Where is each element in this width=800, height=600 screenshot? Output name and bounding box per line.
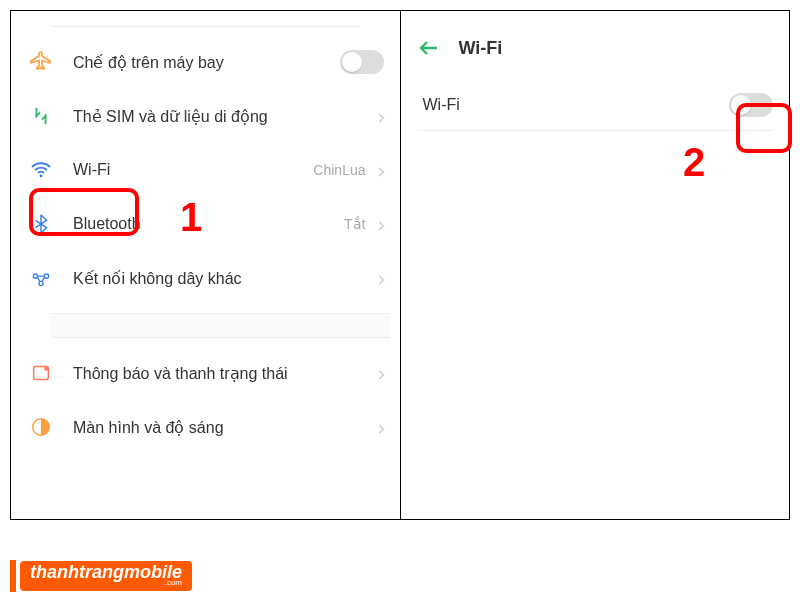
notification-icon [27,359,55,387]
wifi-toggle-row[interactable]: Wi-Fi [411,80,780,130]
divider [51,26,360,27]
bluetooth-row[interactable]: Bluetooth Tắt [21,197,390,251]
bluetooth-value: Tắt [344,216,365,232]
wireless-icon [27,264,55,292]
sim-label: Thẻ SIM và dữ liệu di động [73,107,374,126]
airplane-icon [27,48,55,76]
display-icon [27,413,55,441]
watermark-bar [10,560,16,592]
notification-label: Thông báo và thanh trạng thái [73,364,374,383]
watermark: thanhtrangmobile .com [10,560,192,592]
watermark-brand: thanhtrangmobile [30,565,182,580]
wifi-panel: Wi-Fi Wi-Fi [401,11,790,519]
watermark-suffix: .com [30,580,182,587]
chevron-right-icon [374,273,384,283]
notification-row[interactable]: Thông báo và thanh trạng thái [21,346,390,400]
display-label: Màn hình và độ sáng [73,418,374,437]
svg-point-3 [39,281,43,285]
chevron-right-icon [374,111,384,121]
wifi-header: Wi-Fi [411,26,780,80]
settings-panel: Chế độ trên máy bay Thẻ SIM và dữ liệu d… [11,11,401,519]
wireless-label: Kết nối không dây khác [73,269,374,288]
bluetooth-label: Bluetooth [73,215,344,233]
wifi-row[interactable]: Wi-Fi ChinLua [21,143,390,197]
wifi-icon [27,156,55,184]
svg-point-0 [40,175,43,178]
chevron-right-icon [374,368,384,378]
wifi-toggle[interactable] [729,93,773,117]
dual-screenshot-container: Chế độ trên máy bay Thẻ SIM và dữ liệu d… [10,10,790,520]
section-divider [51,313,390,338]
wifi-toggle-label: Wi-Fi [423,96,730,114]
wifi-page-title: Wi-Fi [459,38,503,59]
sim-icon [27,102,55,130]
wireless-row[interactable]: Kết nối không dây khác [21,251,390,305]
airplane-mode-row[interactable]: Chế độ trên máy bay [21,35,390,89]
chevron-right-icon [374,165,384,175]
back-arrow-icon[interactable] [417,36,441,60]
chevron-right-icon [374,219,384,229]
display-row[interactable]: Màn hình và độ sáng [21,400,390,454]
airplane-toggle[interactable] [340,50,384,74]
wifi-label: Wi-Fi [73,161,313,179]
sim-data-row[interactable]: Thẻ SIM và dữ liệu di động [21,89,390,143]
airplane-label: Chế độ trên máy bay [73,53,340,72]
watermark-logo: thanhtrangmobile .com [20,561,192,591]
wifi-value: ChinLua [313,162,365,178]
divider [417,130,774,131]
chevron-right-icon [374,422,384,432]
bluetooth-icon [27,210,55,238]
svg-point-5 [44,366,49,371]
